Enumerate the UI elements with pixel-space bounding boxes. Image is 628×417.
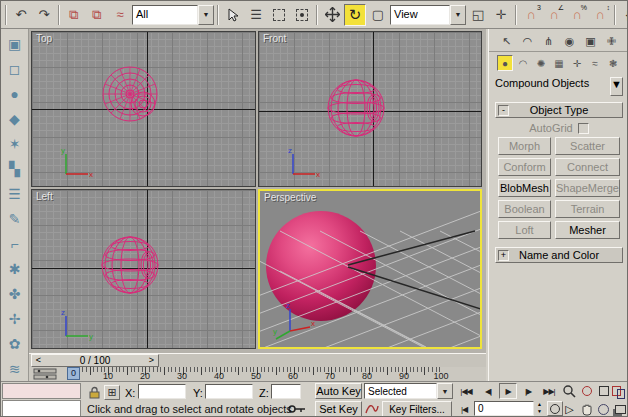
unlink-selection-button[interactable]: ⧉ [86,4,108,26]
select-and-manipulate-button[interactable]: ✛ [490,4,512,26]
bind-to-spacewarp-button[interactable]: ≈ [109,4,131,26]
set-key-button[interactable]: Set Key [315,401,362,417]
zoom-extents-button[interactable] [595,383,612,399]
redo-button[interactable]: ↷ [33,4,55,26]
window-crossing-button[interactable] [291,4,313,26]
select-by-name-button[interactable]: ☰ [245,4,267,26]
go-to-start-button[interactable]: |◀◀ [456,383,476,399]
maxscript-mini-listener[interactable] [2,400,81,417]
previous-frame-arrow[interactable]: < [32,355,45,366]
category-cameras[interactable]: ▦ [551,55,567,71]
spacewarp-tool-button[interactable]: ≋ [3,356,27,381]
auto-key-button[interactable]: Auto Key [315,383,362,399]
select-and-rotate-button[interactable]: ↻ [344,4,366,26]
maxscript-mini-listener-macro[interactable] [2,383,81,399]
arc-rotate-button[interactable] [595,401,612,417]
chevron-down-icon[interactable]: ▼ [610,77,623,96]
category-geometry[interactable]: ● [497,55,513,71]
gear-tool-button[interactable]: ✱ [3,256,27,281]
category-lights[interactable]: ✺ [533,55,549,71]
zoom-extents-all-button[interactable] [612,383,628,399]
selection-filter-dropdown[interactable]: All ▼ [132,5,214,25]
time-slider-handle[interactable]: < 0 / 100 > [31,354,159,367]
pipe-elbow-tool-button[interactable]: ⌐ [3,231,27,256]
named-selection-sets-button[interactable]: {} [619,4,628,26]
percent-snap-button[interactable]: ∩% [566,4,588,26]
go-to-end-button[interactable]: ▶▶| [539,383,559,399]
snap-toggle-3d-button[interactable]: ∩3 [520,4,542,26]
pattern-tool-button[interactable]: ▚ [3,156,27,181]
undo-button[interactable]: ↶ [10,4,32,26]
min-max-toggle-button[interactable] [612,401,628,417]
play-button[interactable]: ▶ [499,383,517,399]
pan-button[interactable] [578,401,595,417]
star-shape-tool-button[interactable]: ✶ [3,131,27,156]
tab-hierarchy[interactable]: ⋔ [539,32,558,50]
autogrid-checkbox[interactable] [578,123,589,134]
tab-modify[interactable]: ◠ [518,32,537,50]
viewport-perspective[interactable]: Perspective z x y [258,189,482,349]
key-mode-toggle[interactable]: |◀ [456,401,472,417]
geometry-category-dropdown[interactable]: Compound Objects ▼ [495,77,623,96]
tab-display[interactable]: ▣ [581,32,600,50]
mini-curve-editor-button[interactable] [33,368,59,380]
category-shapes[interactable]: ◠ [515,55,531,71]
tab-utilities[interactable]: ✙ [602,32,621,50]
wireframe-sphere-top[interactable] [99,63,161,125]
selection-lock-toggle[interactable] [87,385,101,399]
category-helpers[interactable]: ✛ [569,55,585,71]
rectangular-selection-region-button[interactable] [268,4,290,26]
teapot-tool-button[interactable]: ◻ [3,56,27,81]
plumb-tool-button[interactable]: ✤ [3,281,27,306]
next-frame-arrow[interactable]: > [145,355,158,366]
viewport-top[interactable]: Top x y [31,31,256,187]
select-and-scale-button[interactable]: ▢ [367,4,389,26]
hand-tool-button[interactable]: ✢ [3,306,27,331]
wireframe-sphere-left[interactable] [99,234,161,296]
collapse-icon[interactable]: - [498,105,509,116]
category-systems[interactable]: ❃ [605,55,621,71]
key-filters-button[interactable]: Key Filters... [382,401,452,417]
current-frame-field[interactable]: 0 [474,401,534,416]
select-object-button[interactable] [222,4,244,26]
previous-frame-button[interactable]: ◀| [479,383,497,399]
z-coordinate-field[interactable] [271,384,301,399]
use-pivot-center-button[interactable]: ◱ [467,4,489,26]
spring-tool-button[interactable]: ☰ [3,181,27,206]
current-frame-indicator[interactable]: 0 [67,367,80,380]
viewport-front[interactable]: Front x z [258,31,482,187]
frame-spinner[interactable]: ▲▼ [535,401,544,416]
spinner-snap-button[interactable]: ∩↕ [589,4,611,26]
chevron-down-icon[interactable]: ▼ [198,5,214,25]
x-coordinate-field[interactable] [138,384,186,399]
mesher-button[interactable]: Mesher [555,221,620,239]
blobmesh-button[interactable]: BlobMesh [498,179,551,197]
knife-tool-button[interactable]: ✎ [3,206,27,231]
wireframe-sphere-front[interactable] [325,77,387,139]
category-spacewarps[interactable]: ≈ [587,55,603,71]
sphere-tool-button[interactable]: ● [3,81,27,106]
absolute-mode-toggle[interactable]: ⊞ [104,385,120,400]
track-bar[interactable]: 10 20 30 40 50 60 70 80 90 100 0 [29,367,486,381]
boxes-tool-button[interactable]: ▣ [3,31,27,56]
y-coordinate-field[interactable] [205,384,253,399]
field-of-view-button[interactable]: ▷ [561,401,578,417]
reference-coordinate-dropdown[interactable]: View ▼ [390,5,466,25]
rollout-object-type[interactable]: - Object Type [495,102,623,118]
rollout-name-and-color[interactable]: + Name and Color [495,247,623,263]
chevron-down-icon[interactable]: ▼ [450,5,466,25]
viewport-left[interactable]: Left y z [31,189,256,349]
time-slider-track[interactable]: < 0 / 100 > [29,353,486,367]
expand-icon[interactable]: + [498,250,509,261]
new-key-curve-button[interactable] [364,401,380,417]
select-and-move-button[interactable] [321,4,343,26]
tab-create[interactable]: ↖ [497,32,516,50]
angle-snap-button[interactable]: ∩∠ [543,4,565,26]
key-selection-dropdown[interactable]: Selected ▼ [364,383,453,399]
next-frame-button[interactable]: |▶ [519,383,537,399]
zoom-button[interactable] [561,383,578,399]
propeller-tool-button[interactable]: ✿ [3,331,27,356]
select-and-link-button[interactable]: ⧉ [63,4,85,26]
zoom-all-button[interactable] [578,383,595,399]
gyroscope-tool-button[interactable]: ◆ [3,106,27,131]
